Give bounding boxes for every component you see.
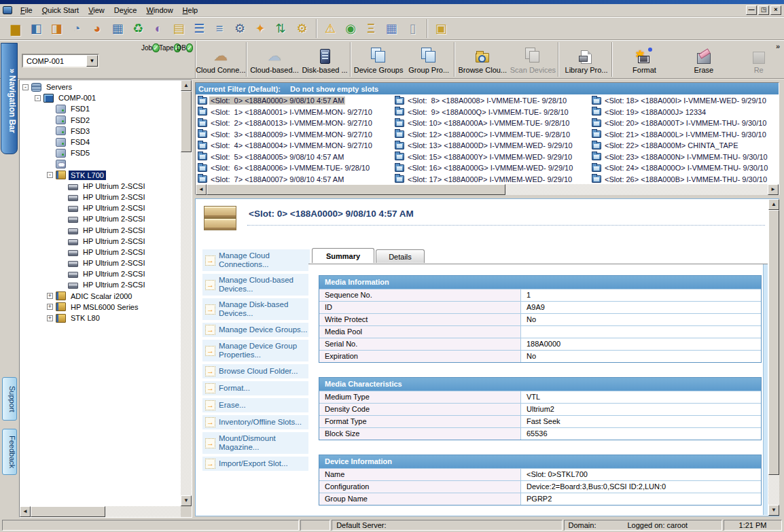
toolbar-button[interactable]: ☁Cloud Conne...: [196, 42, 247, 77]
server-combo[interactable]: COMP-001 ▼: [22, 54, 99, 68]
tree-item[interactable]: HP Ultrium 2-SCSI: [20, 258, 181, 268]
tree-item[interactable]: HP Ultrium 2-SCSI: [20, 247, 181, 258]
scroll-thumb[interactable]: [768, 210, 779, 475]
scroll-thumb[interactable]: [181, 91, 192, 152]
slot-item[interactable]: <Slot: 10> <188A000A> I-VMMEM-TUE- 9/28/…: [394, 118, 590, 129]
scroll-up-button[interactable]: ▲: [181, 80, 192, 91]
slot-item[interactable]: <Slot: 1> <188A0001> I-VMMEM-MON- 9/27/1…: [197, 107, 393, 118]
action-link[interactable]: →Erase...: [202, 398, 310, 412]
action-link[interactable]: →Mount/Dismount Magazine...: [202, 432, 310, 454]
menu-item[interactable]: File: [16, 5, 37, 16]
slot-item[interactable]: <Slot: 22> <188A000M> CHINTA_TAPE: [591, 140, 784, 152]
toolbar-button[interactable]: Scan Devices: [508, 42, 559, 77]
tree-item[interactable]: -STK L700: [20, 170, 181, 181]
purge-icon[interactable]: ▯: [402, 19, 427, 38]
support-tab[interactable]: Support: [2, 377, 17, 421]
action-link[interactable]: →Import/Export Slot...: [202, 457, 310, 471]
media-assure-icon[interactable]: ▣: [431, 19, 451, 38]
scroll-down-button[interactable]: ▼: [768, 505, 779, 516]
scroll-thumb[interactable]: [207, 184, 505, 195]
slot-item[interactable]: <Slot: 24> <188A000O> I-VMMEM-THU- 9/30/…: [591, 162, 784, 174]
user-security-icon[interactable]: ✦: [250, 19, 270, 38]
toolbar-button[interactable]: Erase: [674, 42, 733, 77]
backup-manager-icon[interactable]: ◧: [26, 19, 46, 38]
tree-expander[interactable]: +: [47, 304, 53, 310]
toolbar-button[interactable]: Browse Clou...: [457, 42, 508, 77]
slot-item[interactable]: <Slot: 8> <188A0008> I-VMMEM-TUE- 9/28/1…: [394, 95, 590, 107]
tree-item[interactable]: -Servers: [20, 82, 181, 92]
tree-item[interactable]: FSD5: [20, 147, 181, 158]
scroll-up-button[interactable]: ▲: [768, 199, 779, 210]
action-link[interactable]: →Manage Disk-based Devices...: [202, 298, 310, 320]
calculator-icon[interactable]: ▦: [381, 19, 402, 38]
device-wizard-icon[interactable]: ◔: [67, 19, 87, 38]
toolbar-overflow-chevron[interactable]: »: [776, 42, 780, 50]
agent-icon[interactable]: ◉: [340, 19, 361, 38]
job-status-icon[interactable]: ◕: [87, 19, 107, 38]
toolbar-button[interactable]: Library Pro...: [561, 42, 612, 77]
tab-summary[interactable]: Summary: [312, 248, 374, 263]
action-link[interactable]: →Manage Cloud-based Devices...: [202, 274, 310, 296]
restore-manager-icon[interactable]: ◨: [46, 19, 67, 38]
toolbar-button[interactable]: ☁Cloud-based...: [249, 42, 300, 77]
slot-item[interactable]: <Slot: 23> <188A000N> I-VMMEM-THU- 9/30/…: [591, 152, 784, 163]
scroll-down-button[interactable]: ▼: [181, 495, 192, 506]
tree-item[interactable]: HP Ultrium 2-SCSI: [20, 181, 181, 192]
scroll-thumb[interactable]: [31, 506, 105, 517]
feedback-tab[interactable]: Feedback: [2, 429, 17, 475]
slot-item[interactable]: <Slot: 9> <188A000Q> I-VMMEM-TUE- 9/28/1…: [394, 107, 590, 118]
navigation-bar-tab[interactable]: » Navigation Bar: [1, 43, 18, 154]
tree-expander[interactable]: -: [22, 84, 29, 90]
minimize-button[interactable]: —: [746, 5, 757, 15]
tree-item[interactable]: +STK L80: [20, 313, 181, 323]
tree-item[interactable]: HP Ultrium 2-SCSI: [20, 236, 181, 247]
tree-item[interactable]: [20, 158, 181, 169]
tree-item[interactable]: FSD2: [20, 115, 181, 126]
slot-item[interactable]: <Slot: 18> <188A000I> I-VMMEM-WED- 9/29/…: [591, 95, 784, 107]
menu-item[interactable]: Quick Start: [37, 5, 84, 16]
slot-item[interactable]: <Slot: 5> <188A0005> 9/08/10 4:57 AM: [197, 152, 393, 163]
media-recycle-icon[interactable]: ♻: [128, 19, 148, 38]
toolbar-button[interactable]: Device Groups: [353, 42, 404, 77]
slot-item[interactable]: <Slot: 21> <188A000L> I-VMMEM-THU- 9/30/…: [591, 129, 784, 141]
media-palette-icon[interactable]: ◐: [148, 19, 168, 38]
slot-item[interactable]: <Slot: 3> <188A0009> I-VMMEM-MON- 9/27/1…: [197, 129, 393, 141]
menu-item[interactable]: Window: [141, 5, 177, 16]
tree-item[interactable]: HP Ultrium 2-SCSI: [20, 213, 181, 224]
slot-item[interactable]: <Slot: 7> <188A0007> 9/08/10 4:57 AM: [197, 174, 393, 185]
toolbar-button[interactable]: Disk-based ...: [300, 42, 351, 77]
slot-item[interactable]: <Slot: 17> <188A000P> I-VMMEM-WED- 9/29/…: [394, 174, 590, 185]
toolbar-button[interactable]: Group Pro...: [404, 42, 455, 77]
menu-item[interactable]: Device: [109, 5, 142, 16]
tab-details[interactable]: Details: [376, 249, 425, 263]
tree-item[interactable]: +ADIC Scalar i2000: [20, 291, 181, 302]
action-link[interactable]: →Format...: [202, 381, 310, 395]
tree-expander[interactable]: -: [47, 172, 53, 178]
tree-expander[interactable]: +: [47, 293, 53, 299]
slot-item[interactable]: <Slot: 13> <188A000D> I-VMMEM-WED- 9/29/…: [394, 140, 590, 152]
action-link[interactable]: →Manage Cloud Connections...: [202, 249, 310, 271]
tree-expander[interactable]: +: [47, 315, 53, 321]
tree-item[interactable]: FSD1: [20, 103, 181, 114]
data-mover-icon[interactable]: ⇅: [270, 19, 291, 38]
slot-item[interactable]: <Slot: 15> <188A000Y> I-VMMEM-WED- 9/29/…: [394, 152, 590, 163]
slot-item[interactable]: <Slot: 20> <188A000T> I-VMMEM-THU- 9/30/…: [591, 118, 784, 129]
detail-vertical-scrollbar[interactable]: ▲ ▼: [768, 199, 779, 516]
toolbar-button[interactable]: Format: [615, 42, 674, 77]
tree-vertical-scrollbar[interactable]: ▲ ▼: [181, 80, 192, 506]
tree-item[interactable]: HP Ultrium 2-SCSI: [20, 224, 181, 235]
action-link[interactable]: →Manage Device Groups...: [202, 323, 310, 337]
slot-item[interactable]: <Slot: 0> <188A0000> 9/08/10 4:57 AM: [197, 95, 393, 107]
action-link[interactable]: →Inventory/Offline Slots...: [202, 415, 310, 429]
scroll-left-button[interactable]: ◄: [196, 184, 207, 195]
tree-item[interactable]: FSD3: [20, 126, 181, 137]
menu-item[interactable]: Help: [178, 5, 203, 16]
license-scales-icon[interactable]: Ξ: [361, 19, 381, 38]
statistics-icon[interactable]: ▆: [5, 19, 26, 38]
schedule-icon[interactable]: ▦: [107, 19, 128, 38]
combo-dropdown-button[interactable]: ▼: [86, 55, 98, 67]
tree-item[interactable]: HP Ultrium 2-SCSI: [20, 202, 181, 213]
database-icon[interactable]: ☰: [189, 19, 209, 38]
action-link[interactable]: →Manage Device Group Properties...: [202, 340, 310, 361]
restore-button[interactable]: ◳: [758, 5, 769, 15]
